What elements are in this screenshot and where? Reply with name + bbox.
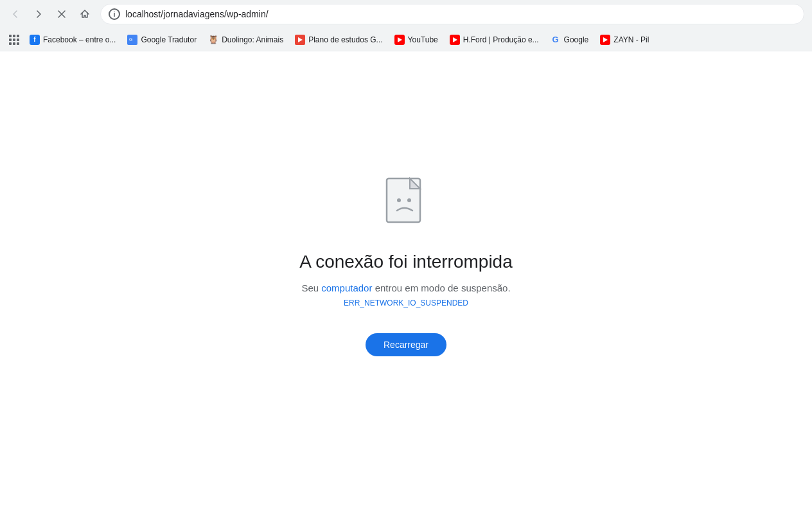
- favicon-hford: [450, 35, 460, 45]
- favicon-facebook: f: [30, 35, 40, 45]
- svg-point-8: [397, 198, 401, 202]
- url-text: localhost/jornadaviagens/wp-admin/: [125, 9, 796, 19]
- svg-text:G: G: [129, 37, 132, 42]
- svg-point-9: [407, 198, 411, 202]
- error-code: ERR_NETWORK_IO_SUSPENDED: [344, 299, 468, 308]
- error-subtitle-static: Seu: [301, 282, 321, 293]
- apps-button[interactable]: [5, 31, 23, 49]
- forward-button[interactable]: [28, 4, 49, 24]
- error-page: A conexão foi interrompida Seu computado…: [0, 51, 812, 520]
- error-title: A conexão foi interrompida: [299, 252, 513, 272]
- bookmarks-bar: f Facebook – entre o... G Google Traduto…: [0, 28, 812, 51]
- svg-marker-5: [453, 37, 457, 42]
- bookmark-google-translate[interactable]: G Google Tradutor: [122, 31, 202, 49]
- back-button[interactable]: [5, 4, 26, 24]
- bookmark-zayn-label: ZAYN - Pil: [613, 35, 649, 44]
- bookmark-hford[interactable]: H.Ford | Produção e...: [445, 31, 544, 49]
- favicon-google-translate: G: [127, 35, 137, 45]
- bookmark-google[interactable]: G Google: [545, 31, 594, 49]
- favicon-plano: [295, 35, 305, 45]
- error-icon-wrap: [383, 177, 429, 231]
- favicon-zayn: [600, 35, 610, 45]
- security-icon: i: [109, 8, 120, 20]
- bookmark-plano-label: Plano de estudos G...: [308, 35, 382, 44]
- bookmark-zayn[interactable]: ZAYN - Pil: [595, 31, 654, 49]
- favicon-youtube: [394, 35, 405, 45]
- bookmark-hford-label: H.Ford | Produção e...: [463, 35, 539, 44]
- browser-chrome: i localhost/jornadaviagens/wp-admin/ f F…: [0, 0, 812, 51]
- home-button[interactable]: [75, 4, 95, 24]
- toolbar: i localhost/jornadaviagens/wp-admin/: [0, 0, 812, 28]
- favicon-duolingo: 🦉: [208, 35, 218, 45]
- error-document-icon: [383, 177, 429, 229]
- svg-marker-6: [603, 37, 608, 42]
- address-bar[interactable]: i localhost/jornadaviagens/wp-admin/: [100, 4, 804, 24]
- reload-button[interactable]: Recarregar: [366, 333, 446, 356]
- bookmark-google-translate-label: Google Tradutor: [141, 35, 197, 44]
- bookmark-duolingo-label: Duolingo: Animais: [222, 35, 283, 44]
- svg-marker-3: [298, 37, 303, 42]
- error-subtitle: Seu computador entrou em modo de suspens…: [301, 282, 510, 293]
- bookmark-duolingo[interactable]: 🦉 Duolingo: Animais: [203, 31, 288, 49]
- favicon-google: G: [551, 35, 561, 45]
- bookmark-plano[interactable]: Plano de estudos G...: [290, 31, 387, 49]
- bookmark-facebook-label: Facebook – entre o...: [43, 35, 116, 44]
- error-subtitle-rest: entrou em modo de suspensão.: [372, 282, 510, 293]
- bookmark-youtube[interactable]: YouTube: [389, 31, 443, 49]
- close-reload-button[interactable]: [51, 4, 72, 24]
- bookmark-facebook[interactable]: f Facebook – entre o...: [24, 31, 121, 49]
- bookmark-google-label: Google: [564, 35, 589, 44]
- svg-marker-4: [398, 37, 402, 42]
- bookmark-youtube-label: YouTube: [408, 35, 438, 44]
- error-subtitle-link[interactable]: computador: [321, 282, 372, 293]
